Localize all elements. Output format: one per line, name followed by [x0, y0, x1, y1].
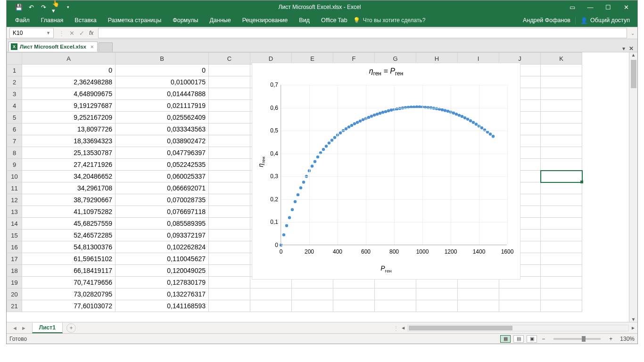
cell-C7[interactable] — [209, 135, 250, 147]
scroll-down-icon[interactable]: ▼ — [629, 317, 637, 322]
cell-B3[interactable]: 0,014447888 — [116, 88, 209, 100]
row-header-2[interactable]: 2 — [7, 76, 22, 88]
cell-B8[interactable]: 0,047796397 — [116, 147, 209, 159]
cell-C6[interactable] — [209, 123, 250, 135]
cell-A6[interactable]: 13,8097726 — [22, 123, 116, 135]
cell-A17[interactable]: 61,59615102 — [22, 253, 116, 265]
cell-D20[interactable] — [250, 288, 292, 300]
cell-G21[interactable] — [375, 300, 416, 312]
cell-A5[interactable]: 9,252167209 — [22, 112, 116, 123]
undo-icon[interactable]: ↶ — [27, 3, 35, 11]
cell-I20[interactable] — [458, 288, 499, 300]
cell-B5[interactable]: 0,025562409 — [116, 112, 209, 123]
cell-B7[interactable]: 0,038902472 — [116, 135, 209, 147]
cell-G20[interactable] — [375, 288, 416, 300]
cell-A16[interactable]: 54,81300376 — [22, 241, 116, 253]
horizontal-scrollbar[interactable] — [407, 325, 629, 331]
cell-A18[interactable]: 66,18419117 — [22, 265, 116, 277]
cell-E20[interactable] — [292, 288, 333, 300]
close-icon[interactable]: ✕ — [621, 4, 631, 11]
hscroll-thumb[interactable] — [409, 326, 512, 330]
cell-C14[interactable] — [209, 218, 250, 230]
cell-C20[interactable] — [209, 288, 250, 300]
cell-A15[interactable]: 52,46572285 — [22, 230, 116, 241]
share-button[interactable]: 👤 Общий доступ — [575, 17, 635, 24]
cell-A10[interactable]: 34,20486652 — [22, 171, 116, 182]
cell-K15[interactable] — [541, 230, 582, 241]
tab-data[interactable]: Данные — [204, 14, 237, 27]
cell-B15[interactable]: 0,093372197 — [116, 230, 209, 241]
cell-K9[interactable] — [541, 159, 582, 171]
sheet-nav-prev-icon[interactable]: ◄ — [12, 325, 17, 331]
cell-B16[interactable]: 0,102262824 — [116, 241, 209, 253]
cell-A13[interactable]: 41,10975282 — [22, 206, 116, 218]
tab-page-layout[interactable]: Разметка страницы — [102, 14, 167, 27]
cell-K5[interactable] — [541, 112, 582, 123]
workbook-tab-new[interactable] — [99, 42, 113, 52]
tab-formulas[interactable]: Формулы — [167, 14, 204, 27]
row-header-1[interactable]: 1 — [7, 65, 22, 76]
tab-file[interactable]: Файл — [9, 14, 35, 27]
cell-B4[interactable]: 0,021117919 — [116, 100, 209, 112]
save-icon[interactable]: 💾 — [15, 3, 23, 11]
scroll-up-icon[interactable]: ▲ — [629, 52, 637, 58]
row-header-8[interactable]: 8 — [7, 147, 22, 159]
cell-B9[interactable]: 0,052242535 — [116, 159, 209, 171]
cell-A4[interactable]: 9,191297687 — [22, 100, 116, 112]
cell-C9[interactable] — [209, 159, 250, 171]
cell-K2[interactable] — [541, 76, 582, 88]
cell-F21[interactable] — [333, 300, 375, 312]
cell-C10[interactable] — [209, 171, 250, 182]
new-sheet-button[interactable]: ＋ — [66, 323, 76, 333]
row-header-16[interactable]: 16 — [7, 241, 22, 253]
cell-A2[interactable]: 2,362498288 — [22, 76, 116, 88]
row-header-3[interactable]: 3 — [7, 88, 22, 100]
view-page-layout-icon[interactable]: ▤ — [513, 335, 524, 343]
tab-view[interactable]: Вид — [293, 14, 315, 27]
cell-K19[interactable] — [541, 277, 582, 288]
account-user[interactable]: Андрей Фофанов — [518, 17, 575, 24]
cell-K13[interactable] — [541, 206, 582, 218]
formula-input[interactable] — [98, 28, 627, 38]
close-all-icon[interactable]: ✕ — [629, 45, 634, 52]
cell-C4[interactable] — [209, 100, 250, 112]
tab-office-tab[interactable]: Office Tab — [315, 14, 353, 27]
cell-C21[interactable] — [209, 300, 250, 312]
maximize-icon[interactable]: ☐ — [603, 4, 613, 11]
worksheet-grid[interactable]: ABCDEFGHIJK10022,3624982880,0100017534,6… — [7, 52, 629, 322]
row-header-18[interactable]: 18 — [7, 265, 22, 277]
tab-home[interactable]: Главная — [35, 14, 69, 27]
cell-C18[interactable] — [209, 265, 250, 277]
cell-C8[interactable] — [209, 147, 250, 159]
cell-A1[interactable]: 0 — [22, 65, 116, 76]
cell-B6[interactable]: 0,033343563 — [116, 123, 209, 135]
cell-C1[interactable] — [209, 65, 250, 76]
cell-B2[interactable]: 0,01000175 — [116, 76, 209, 88]
zoom-in-icon[interactable]: + — [607, 336, 614, 342]
sheet-tab-active[interactable]: Лист1 — [32, 323, 63, 333]
cell-A8[interactable]: 25,13530787 — [22, 147, 116, 159]
cell-K3[interactable] — [541, 88, 582, 100]
cell-B10[interactable]: 0,060025337 — [116, 171, 209, 182]
cell-K10[interactable] — [541, 171, 582, 182]
cell-A7[interactable]: 18,33694323 — [22, 135, 116, 147]
cell-B13[interactable]: 0,076697118 — [116, 206, 209, 218]
name-box[interactable]: K10 ▼ — [9, 28, 54, 38]
vertical-scrollbar[interactable]: ▲ ▼ — [629, 52, 637, 322]
row-header-20[interactable]: 20 — [7, 288, 22, 300]
zoom-level[interactable]: 130% — [617, 336, 635, 342]
cell-K8[interactable] — [541, 147, 582, 159]
cell-K18[interactable] — [541, 265, 582, 277]
cell-B1[interactable]: 0 — [116, 65, 209, 76]
cell-A21[interactable]: 77,60103072 — [22, 300, 116, 312]
cancel-formula-icon[interactable]: ✕ — [69, 30, 74, 37]
cell-C5[interactable] — [209, 112, 250, 123]
row-header-13[interactable]: 13 — [7, 206, 22, 218]
col-header-K[interactable]: K — [541, 53, 582, 65]
redo-icon[interactable]: ↷ — [40, 3, 47, 11]
cell-C19[interactable] — [209, 277, 250, 288]
ribbon-display-icon[interactable]: ▭ — [568, 4, 577, 11]
cell-A12[interactable]: 38,79290667 — [22, 194, 116, 206]
embedded-chart[interactable]: ηген = Pген ηген 00,10,20,30,40,50,60,70… — [252, 63, 520, 280]
row-header-19[interactable]: 19 — [7, 277, 22, 288]
